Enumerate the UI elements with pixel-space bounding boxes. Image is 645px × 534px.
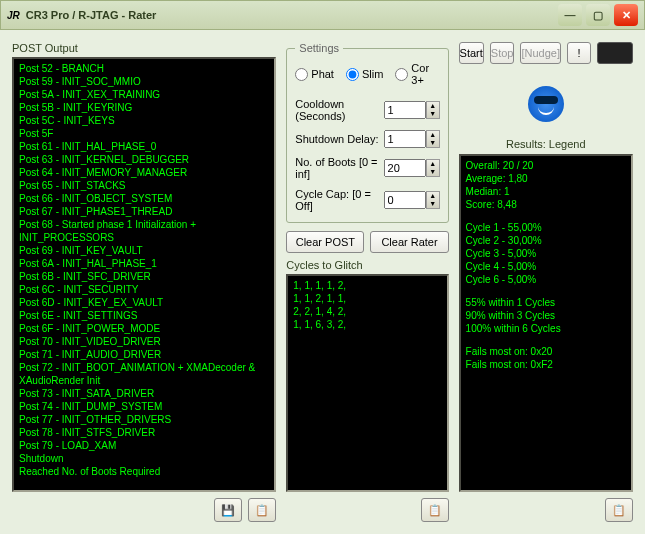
- post-line: Post 77 - INIT_OTHER_DRIVERS: [19, 413, 269, 426]
- post-line: Post 59 - INIT_SOC_MMIO: [19, 75, 269, 88]
- boots-input[interactable]: [384, 159, 426, 177]
- glitch-label: Cycles to Glitch: [286, 259, 448, 271]
- nudge-button[interactable]: [Nudge]: [520, 42, 561, 64]
- window-title: CR3 Pro / R-JTAG - Rater: [26, 9, 554, 21]
- exclaim-button[interactable]: !: [567, 42, 591, 64]
- post-line: Post 68 - Started phase 1 Initialization…: [19, 218, 269, 244]
- radio-slim[interactable]: [346, 68, 359, 81]
- post-line: Post 78 - INIT_STFS_DRIVER: [19, 426, 269, 439]
- radio-cor3[interactable]: [395, 68, 408, 81]
- post-line: Reached No. of Boots Required: [19, 465, 269, 478]
- cooldown-input[interactable]: [384, 101, 426, 119]
- post-line: Post 61 - INIT_HAL_PHASE_0: [19, 140, 269, 153]
- glitch-line: 1, 1, 1, 1, 2,: [293, 279, 441, 292]
- camera-icon[interactable]: [597, 42, 633, 64]
- result-line: 90% within 3 Cycles: [466, 309, 626, 322]
- results-header: Results: Legend: [459, 138, 633, 150]
- result-line: 100% within 6 Cycles: [466, 322, 626, 335]
- post-line: Post 6E - INIT_SETTINGS: [19, 309, 269, 322]
- result-line: Overall: 20 / 20: [466, 159, 626, 172]
- shutdown-spinner[interactable]: ▲▼: [426, 130, 440, 148]
- boots-label: No. of Boots [0 = inf]: [295, 156, 383, 180]
- result-line: Fails most on: 0xF2: [466, 358, 626, 371]
- result-line: Cycle 2 - 30,00%: [466, 234, 626, 247]
- clear-post-button[interactable]: Clear POST: [286, 231, 364, 253]
- post-line: Post 79 - LOAD_XAM: [19, 439, 269, 452]
- post-line: Post 6D - INIT_KEY_EX_VAULT: [19, 296, 269, 309]
- post-line: Post 71 - INIT_AUDIO_DRIVER: [19, 348, 269, 361]
- close-button[interactable]: ✕: [614, 4, 638, 26]
- cycle-input[interactable]: [384, 191, 426, 209]
- post-line: Post 6B - INIT_SFC_DRIVER: [19, 270, 269, 283]
- post-line: Post 74 - INIT_DUMP_SYSTEM: [19, 400, 269, 413]
- post-line: Post 5A - INIT_XEX_TRAINING: [19, 88, 269, 101]
- radio-cor3-label[interactable]: Cor 3+: [395, 62, 439, 86]
- post-line: Post 70 - INIT_VIDEO_DRIVER: [19, 335, 269, 348]
- post-line: Post 63 - INIT_KERNEL_DEBUGGER: [19, 153, 269, 166]
- post-output-box[interactable]: Post 52 - BRANCHPost 59 - INIT_SOC_MMIOP…: [12, 57, 276, 492]
- save-icon-button[interactable]: 💾: [214, 498, 242, 522]
- results-box[interactable]: Overall: 20 / 20Average: 1,80Median: 1Sc…: [459, 154, 633, 492]
- glitch-line: 1, 1, 2, 1, 1,: [293, 292, 441, 305]
- post-line: Post 65 - INIT_STACKS: [19, 179, 269, 192]
- maximize-button[interactable]: ▢: [586, 4, 610, 26]
- result-line: Cycle 1 - 55,00%: [466, 221, 626, 234]
- floppy-icon: 💾: [221, 504, 235, 517]
- app-logo: JR: [7, 10, 20, 21]
- settings-legend: Settings: [295, 42, 343, 54]
- glitch-line: 1, 1, 6, 3, 2,: [293, 318, 441, 331]
- cycle-label: Cycle Cap: [0 = Off]: [295, 188, 383, 212]
- post-line: Post 5C - INIT_KEYS: [19, 114, 269, 127]
- result-line: Cycle 3 - 5,00%: [466, 247, 626, 260]
- post-line: Post 67 - INIT_PHASE1_THREAD: [19, 205, 269, 218]
- minimize-button[interactable]: —: [558, 4, 582, 26]
- result-line: Fails most on: 0x20: [466, 345, 626, 358]
- result-line: 55% within 1 Cycles: [466, 296, 626, 309]
- shutdown-input[interactable]: [384, 130, 426, 148]
- clipboard-icon: 📋: [255, 504, 269, 517]
- cycle-spinner[interactable]: ▲▼: [426, 191, 440, 209]
- post-output-label: POST Output: [12, 42, 276, 54]
- shutdown-label: Shutdown Delay:: [295, 133, 378, 145]
- clear-rater-button[interactable]: Clear Rater: [370, 231, 448, 253]
- smiley-face-icon: [528, 86, 564, 122]
- titlebar: JR CR3 Pro / R-JTAG - Rater — ▢ ✕: [0, 0, 645, 30]
- glitch-line: 2, 2, 1, 4, 2,: [293, 305, 441, 318]
- result-line: Median: 1: [466, 185, 626, 198]
- boots-spinner[interactable]: ▲▼: [426, 159, 440, 177]
- cooldown-spinner[interactable]: ▲▼: [426, 101, 440, 119]
- radio-phat-label[interactable]: Phat: [295, 62, 334, 86]
- glitch-clipboard-button[interactable]: 📋: [421, 498, 449, 522]
- post-line: Shutdown: [19, 452, 269, 465]
- glitch-box[interactable]: 1, 1, 1, 1, 2,1, 1, 2, 1, 1,2, 2, 1, 4, …: [286, 274, 448, 492]
- post-line: Post 6F - INIT_POWER_MODE: [19, 322, 269, 335]
- post-line: Post 5F: [19, 127, 269, 140]
- post-line: Post 6C - INIT_SECURITY: [19, 283, 269, 296]
- clipboard-icon-button[interactable]: 📋: [248, 498, 276, 522]
- post-line: Post 6A - INIT_HAL_PHASE_1: [19, 257, 269, 270]
- results-clipboard-button[interactable]: 📋: [605, 498, 633, 522]
- start-button[interactable]: Start: [459, 42, 484, 64]
- post-line: Post 72 - INIT_BOOT_ANIMATION + XMADecod…: [19, 361, 269, 387]
- post-line: Post 5B - INIT_KEYRING: [19, 101, 269, 114]
- result-line: Score: 8,48: [466, 198, 626, 211]
- radio-phat[interactable]: [295, 68, 308, 81]
- result-line: Average: 1,80: [466, 172, 626, 185]
- result-line: Cycle 6 - 5,00%: [466, 273, 626, 286]
- clipboard-icon: 📋: [612, 504, 626, 517]
- post-line: Post 66 - INIT_OBJECT_SYSTEM: [19, 192, 269, 205]
- stop-button[interactable]: Stop: [490, 42, 515, 64]
- result-line: Cycle 4 - 5,00%: [466, 260, 626, 273]
- settings-fieldset: Settings Phat Slim Cor 3+ Cooldown (Seco…: [286, 42, 448, 223]
- clipboard-icon: 📋: [428, 504, 442, 517]
- cooldown-label: Cooldown (Seconds): [295, 98, 383, 122]
- post-line: Post 52 - BRANCH: [19, 62, 269, 75]
- post-line: Post 69 - INIT_KEY_VAULT: [19, 244, 269, 257]
- post-line: Post 64 - INIT_MEMORY_MANAGER: [19, 166, 269, 179]
- post-line: Post 73 - INIT_SATA_DRIVER: [19, 387, 269, 400]
- radio-slim-label[interactable]: Slim: [346, 62, 383, 86]
